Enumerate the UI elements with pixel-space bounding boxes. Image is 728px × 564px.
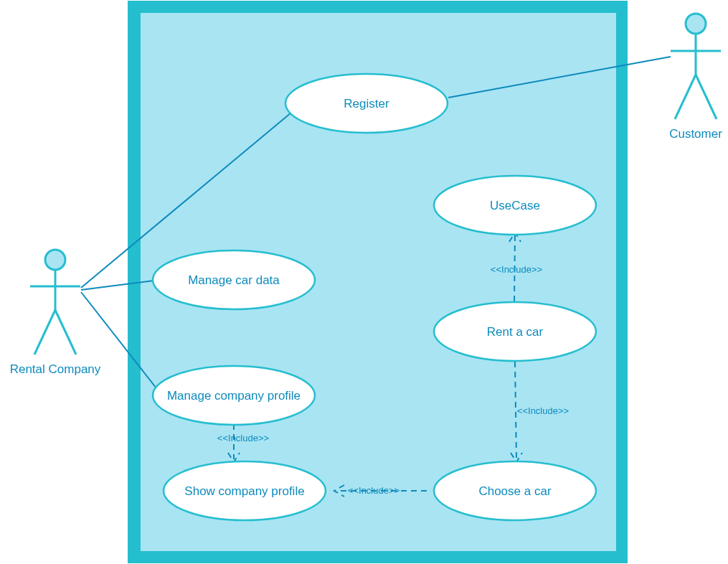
- actor-head-icon: [686, 14, 706, 34]
- usecase-label: Manage car data: [188, 273, 280, 287]
- usecase-label: Manage company profile: [167, 389, 301, 403]
- usecase-label: Choose a car: [478, 484, 551, 498]
- include-label: <<Include>>: [217, 433, 269, 443]
- actor-rental-company[interactable]: Rental Company: [10, 250, 101, 376]
- svg-line-3: [55, 310, 76, 354]
- usecase-label: Rent a car: [487, 325, 544, 339]
- actor-label: Rental Company: [10, 362, 101, 376]
- usecase-manage-company-profile[interactable]: Manage company profile: [153, 366, 315, 425]
- actor-label: Customer: [669, 127, 722, 141]
- include-label: <<Include>>: [517, 405, 569, 416]
- usecase-register[interactable]: Register: [285, 74, 448, 133]
- usecase-diagram: Rental Company Customer <<Include>> <<In…: [0, 0, 728, 564]
- usecase-rent-a-car[interactable]: Rent a car: [434, 302, 596, 361]
- usecase-label: Register: [344, 97, 389, 111]
- actor-head-icon: [45, 250, 65, 270]
- include-label: <<Include>>: [491, 264, 542, 275]
- actor-customer[interactable]: Customer: [669, 14, 722, 141]
- usecase-choose-a-car[interactable]: Choose a car: [434, 461, 596, 520]
- svg-line-6: [675, 75, 696, 119]
- include-label: <<Include>>: [348, 485, 400, 496]
- usecase-label: Show company profile: [184, 484, 304, 498]
- usecase-manage-car-data[interactable]: Manage car data: [153, 250, 315, 309]
- usecase-usecase[interactable]: UseCase: [434, 176, 596, 235]
- svg-line-7: [696, 75, 717, 119]
- usecase-show-company-profile[interactable]: Show company profile: [164, 461, 326, 520]
- svg-line-2: [34, 310, 55, 354]
- usecase-label: UseCase: [490, 199, 540, 212]
